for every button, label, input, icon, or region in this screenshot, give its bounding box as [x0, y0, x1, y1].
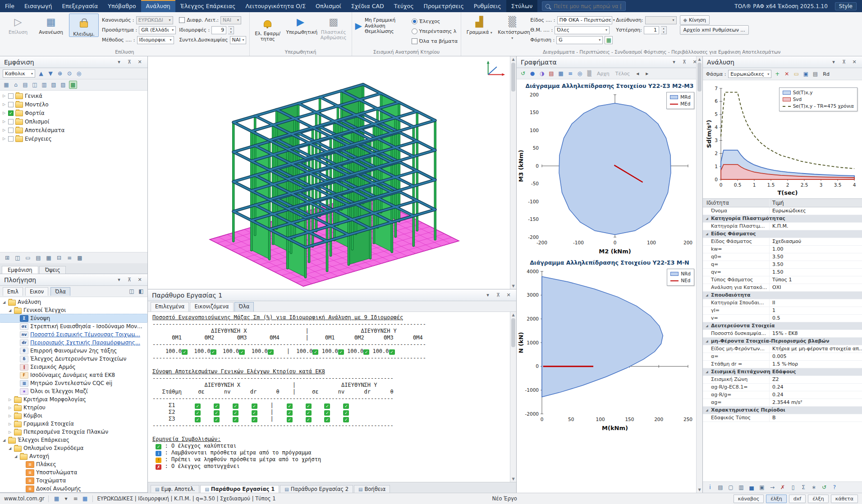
menu-tab-10[interactable]: Τεύχος — [389, 0, 419, 12]
raft-diagrams-button[interactable]: ▒ Κοιτόστρωση ▾ — [497, 14, 527, 41]
pushover-run-button[interactable]: ▶ Υπερωθητική — [286, 14, 316, 35]
property-value[interactable]: 1 — [770, 307, 862, 314]
value-column-header[interactable]: Τιμή — [770, 199, 862, 207]
lock-results-button[interactable]: Κλειδωμ. — [69, 14, 99, 37]
property-value[interactable]: Ζ2 — [770, 376, 862, 383]
property-row[interactable]: Είδος μη-Φερόντων...Κτήρια με μη-φέροντα… — [703, 345, 862, 353]
table-view-icon[interactable]: ▤ — [35, 254, 42, 261]
zoom-window-icon[interactable]: ◎ — [75, 70, 83, 77]
tab-display[interactable]: Εμφάνιση — [2, 266, 38, 274]
print-icon[interactable]: ▥ — [738, 484, 745, 491]
property-row[interactable]: α=0.005 — [703, 353, 862, 361]
bottom-tab-3[interactable]: ▤Παράθυρο Εργασίας 2 — [280, 485, 353, 493]
method-select[interactable]: Ιδιομορφικ▾ — [137, 36, 174, 44]
charts-scrollbar[interactable]: ▲▼ — [696, 56, 702, 493]
property-row[interactable]: kw=1.00 — [703, 246, 862, 253]
viewport-scrollbar[interactable]: ▲▼ — [510, 56, 516, 289]
property-value[interactable]: Β — [770, 414, 862, 422]
linear-diagrams-button[interactable]: ▟ Γραμμικά ▾ — [464, 14, 494, 35]
console-scrollbar[interactable]: ▲▼ — [510, 312, 516, 482]
property-group[interactable]: ◢Δευτερεύοντα Στοιχεία — [703, 322, 862, 330]
plan-view-icon[interactable]: ▤ — [22, 81, 29, 88]
add-spectrum-icon[interactable]: + — [774, 70, 781, 78]
property-value[interactable]: 1.00 — [770, 246, 862, 253]
menu-search[interactable] — [542, 1, 626, 11]
menu-tab-1[interactable]: File — [0, 0, 19, 12]
property-row[interactable]: q0=3.50 — [703, 253, 862, 261]
save-icon[interactable]: ▣ — [758, 484, 766, 491]
expand-icon[interactable]: ◢ — [2, 438, 6, 442]
property-value[interactable]: 3.50 — [770, 253, 862, 261]
visibility-checkbox[interactable] — [8, 93, 14, 99]
nav-tree-item[interactable]: FΙσοδύναμες Δυνάμεις κατά ΕΚ8 — [0, 371, 147, 379]
expand-icon[interactable]: ▷ — [2, 119, 6, 124]
new-sheet-icon[interactable]: ▢ — [727, 484, 734, 491]
nav-filter-icon[interactable]: ◧ — [138, 288, 145, 295]
display-tree-item[interactable]: ▷Αποτελέσματα — [0, 126, 147, 134]
nav-tree-item[interactable]: ◢Αντοχή — [0, 452, 147, 460]
stiffness-select[interactable]: ΝΑΙ▾ — [230, 36, 246, 44]
menu-tab-4[interactable]: Υπόβαθρο — [103, 0, 141, 12]
refresh-model-button[interactable]: ▦ Ανανέωση — [36, 14, 66, 35]
menu-tab-13[interactable]: Στύλων — [506, 0, 538, 12]
delete-spectrum-icon[interactable]: ✕ — [783, 70, 790, 78]
visibility-checkbox[interactable] — [8, 102, 14, 107]
diaphragm-select[interactable]: ΝΑΙ▾ — [220, 16, 241, 24]
property-row[interactable]: Ποσοστό δυσκαμψία...15% - ΕΚ8 — [703, 330, 862, 338]
wireframe-view-icon[interactable]: ▦ — [3, 81, 10, 88]
menu-tab-8[interactable]: Οπλισμοί — [311, 0, 346, 12]
split-view-icon[interactable]: ◫ — [14, 254, 21, 261]
menu-tab-7[interactable]: Λειτουργικότητα Ο/Σ — [240, 0, 311, 12]
nav-tree-item[interactable]: nvΠοσοστό Σεισμικής Τέμνουσας Τοιχωμ... — [0, 330, 147, 339]
display-tree-item[interactable]: ▷Γενικά — [0, 92, 147, 100]
menu-tab-2[interactable]: Εισαγωγή — [19, 0, 57, 12]
apply-loading-icon[interactable]: ▦ — [605, 36, 613, 44]
view-scope-select[interactable]: Καθολικ▾ — [3, 69, 35, 78]
property-row[interactable]: qv=1.50 — [703, 269, 862, 276]
property-row[interactable]: v=0.5 — [703, 315, 862, 322]
display-tree-item[interactable]: ▷Οπλισμοί — [0, 117, 147, 126]
visibility-checkbox[interactable] — [8, 136, 14, 142]
motion-button[interactable]: ◆Κίνηση — [680, 15, 710, 25]
menu-tab-6[interactable]: Έλεγχος Επάρκειας — [175, 0, 241, 12]
chart-icon[interactable]: ▅ — [748, 484, 755, 491]
spectrum-select[interactable]: Ευρωκώδικες▾ — [728, 70, 771, 78]
status-toggle-2[interactable]: έλξη — [766, 495, 787, 503]
property-value[interactable]: ΟΧΙ — [770, 284, 862, 291]
nav-tree-item[interactable]: ▷Κόμβοι — [0, 412, 147, 420]
collapse-view-icon[interactable]: ⊟ — [55, 254, 63, 261]
property-row[interactable]: αg·R/g=0.24 — [703, 391, 862, 399]
nav-tab-3[interactable]: Όλα — [50, 287, 70, 296]
move-up-icon[interactable]: ▲ — [37, 70, 45, 77]
expand-icon[interactable]: ▷ — [8, 414, 12, 418]
property-row[interactable]: Κατηγορία Πλαστιμ...Κ.Π.Μ. — [703, 223, 862, 230]
settings-icon[interactable]: ∗ — [810, 484, 817, 491]
property-row[interactable]: Σεισμική ΖώνηΖ2 — [703, 376, 862, 384]
print-spectrum-icon[interactable]: ▤ — [812, 70, 819, 78]
nav-tree-item[interactable]: ◢Έλεγχοι Επάρκειας — [0, 436, 147, 444]
property-group[interactable]: ◢Σεισμική Επιτάχυνση Εδάφους — [703, 368, 862, 376]
menu-tab-9[interactable]: Σχέδια CAD — [346, 0, 389, 12]
check-radio[interactable] — [412, 18, 417, 24]
loading-select[interactable]: G▾ — [556, 36, 603, 44]
diaphragm-checkbox[interactable] — [179, 17, 185, 23]
applicability-check-button[interactable]: Ελ. Εφαρμ/τητας — [253, 14, 283, 42]
panel-close-icon[interactable]: ✕ — [851, 59, 858, 66]
zoom-in-icon[interactable]: ⊙ — [66, 70, 73, 77]
display-tree-item[interactable]: ▷✓Φορτία — [0, 109, 147, 117]
delete-icon[interactable]: ✗ — [779, 484, 786, 491]
visibility-checkbox[interactable] — [8, 128, 14, 133]
position-select[interactable]: Όλες▾ — [555, 26, 610, 34]
property-row[interactable]: ΌνομαΕυρωκώδικες — [703, 207, 862, 215]
bottom-tab-4[interactable]: ▤Βοήθεια — [354, 485, 390, 493]
status-toggle-3[interactable]: dxf — [789, 495, 806, 503]
expand-icon[interactable]: ▷ — [2, 111, 6, 115]
property-row[interactable]: γΙ=1 — [703, 307, 862, 315]
nav-tree-item[interactable]: ‖Σεισμικός Αρμός — [0, 363, 147, 371]
side-view-icon[interactable]: ▥ — [41, 81, 48, 88]
modes-input[interactable]: 9 — [211, 26, 226, 34]
shading-view-icon[interactable]: ▨ — [60, 81, 67, 88]
axes-toggle-icon[interactable]: ◎ — [576, 70, 583, 77]
fill-view-icon[interactable]: ▩ — [76, 254, 83, 261]
nav-tree-item[interactable]: ◢Γενικοί Έλεγχοι — [0, 306, 147, 314]
